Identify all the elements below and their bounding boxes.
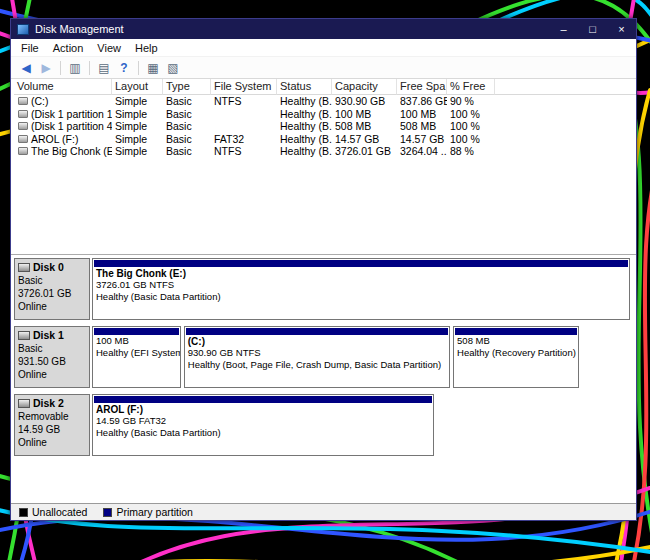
volume-cell: 508 MB bbox=[332, 120, 397, 132]
volume-icon bbox=[18, 135, 28, 143]
volume-cell: Simple bbox=[112, 108, 163, 120]
volume-row[interactable]: (Disk 1 partition 1)SimpleBasicHealthy (… bbox=[14, 108, 636, 121]
volume-cell: FAT32 bbox=[211, 133, 277, 145]
disk-info: 3726.01 GB bbox=[18, 287, 86, 300]
volume-cell: The Big Chonk (E:) bbox=[14, 145, 112, 157]
properties-icon[interactable]: ▤ bbox=[94, 59, 114, 77]
volume-cell: 837.86 GB bbox=[397, 95, 447, 107]
minimize-button[interactable]: – bbox=[549, 19, 578, 39]
graphical-pane: Disk 0Basic3726.01 GBOnlineThe Big Chonk… bbox=[11, 255, 636, 503]
menu-help[interactable]: Help bbox=[128, 42, 165, 54]
disk-row: Disk 2Removable14.59 GBOnlineAROL (F:)14… bbox=[14, 394, 630, 456]
toolbar: ◀▶▥▤?▦▧ bbox=[11, 57, 636, 79]
disk-name: Disk 1 bbox=[18, 329, 86, 342]
partition-color-strip bbox=[94, 260, 628, 267]
partition-box[interactable]: 100 MBHealthy (EFI System P bbox=[92, 326, 181, 388]
partition-area: The Big Chonk (E:)3726.01 GB NTFSHealthy… bbox=[92, 258, 630, 320]
disk-panel[interactable]: Disk 2Removable14.59 GBOnline bbox=[14, 394, 90, 456]
views-icon[interactable]: ▦ bbox=[143, 59, 163, 77]
help-icon[interactable]: ? bbox=[114, 59, 134, 77]
partition-area: AROL (F:)14.59 GB FAT32Healthy (Basic Da… bbox=[92, 394, 630, 456]
partition-title: AROL (F:) bbox=[93, 403, 433, 415]
app-icon bbox=[17, 24, 29, 35]
menu-action[interactable]: Action bbox=[46, 42, 91, 54]
title-bar[interactable]: Disk Management – □ × bbox=[11, 19, 636, 39]
volume-row[interactable]: (C:)SimpleBasicNTFSHealthy (B...930.90 G… bbox=[14, 95, 636, 108]
show-console-tree-icon[interactable]: ▥ bbox=[65, 59, 85, 77]
partition-line: Healthy (Boot, Page File, Crash Dump, Ba… bbox=[185, 359, 449, 371]
volume-cell: (Disk 1 partition 1) bbox=[14, 108, 112, 120]
disk-info: Online bbox=[18, 368, 86, 381]
volume-cell: 930.90 GB bbox=[332, 95, 397, 107]
close-button[interactable]: × bbox=[607, 19, 636, 39]
disk-panel[interactable]: Disk 1Basic931.50 GBOnline bbox=[14, 326, 90, 388]
disk-icon bbox=[18, 263, 30, 272]
partition-color-strip bbox=[455, 328, 577, 335]
disk-name: Disk 0 bbox=[18, 261, 86, 274]
disk-management-window: Disk Management – □ × FileActionViewHelp… bbox=[10, 18, 637, 521]
column-header-capacity[interactable]: Capacity bbox=[332, 79, 397, 95]
disk-panel[interactable]: Disk 0Basic3726.01 GBOnline bbox=[14, 258, 90, 320]
volume-cell: 3264.04 ... bbox=[397, 145, 447, 157]
partition-line: 930.90 GB NTFS bbox=[185, 347, 449, 359]
disk-row: Disk 0Basic3726.01 GBOnlineThe Big Chonk… bbox=[14, 258, 630, 320]
partition-area: 100 MBHealthy (EFI System P(C:)930.90 GB… bbox=[92, 326, 630, 388]
volume-cell: 508 MB bbox=[397, 120, 447, 132]
forward-icon[interactable]: ▶ bbox=[36, 59, 56, 77]
volume-cell: Simple bbox=[112, 120, 163, 132]
volume-icon bbox=[18, 122, 28, 130]
column-header-free-spa-[interactable]: Free Spa... bbox=[397, 79, 447, 95]
partition-box[interactable]: 508 MBHealthy (Recovery Partition) bbox=[453, 326, 579, 388]
volume-row[interactable]: AROL (F:)SimpleBasicFAT32Healthy (B...14… bbox=[14, 133, 636, 146]
volume-cell: 100 % bbox=[447, 120, 495, 132]
partition-title: The Big Chonk (E:) bbox=[93, 267, 629, 279]
column-header-file-system[interactable]: File System bbox=[211, 79, 277, 95]
partition-line: Healthy (Recovery Partition) bbox=[454, 347, 578, 359]
partition-line: 3726.01 GB NTFS bbox=[93, 279, 629, 291]
legend-item: Unallocated bbox=[19, 506, 87, 518]
volume-cell: Simple bbox=[112, 133, 163, 145]
partition-box[interactable]: AROL (F:)14.59 GB FAT32Healthy (Basic Da… bbox=[92, 394, 434, 456]
volume-cell: 90 % bbox=[447, 95, 495, 107]
column-header-type[interactable]: Type bbox=[163, 79, 211, 95]
legend-swatch bbox=[19, 508, 28, 517]
volume-cell: 14.57 GB bbox=[332, 133, 397, 145]
volume-cell: (C:) bbox=[14, 95, 112, 107]
maximize-button[interactable]: □ bbox=[578, 19, 607, 39]
menu-bar: FileActionViewHelp bbox=[11, 39, 636, 57]
back-icon[interactable]: ◀ bbox=[16, 59, 36, 77]
partition-line: 508 MB bbox=[454, 335, 578, 347]
legend-swatch bbox=[103, 508, 112, 517]
volume-cell: 100 MB bbox=[332, 108, 397, 120]
column-header-layout[interactable]: Layout bbox=[112, 79, 163, 95]
partition-line: Healthy (Basic Data Partition) bbox=[93, 427, 433, 439]
menu-file[interactable]: File bbox=[14, 42, 46, 54]
legend-item: Primary partition bbox=[103, 506, 192, 518]
volume-row[interactable]: (Disk 1 partition 4)SimpleBasicHealthy (… bbox=[14, 120, 636, 133]
toolbar-separator bbox=[60, 61, 61, 75]
up-level-icon[interactable]: ▧ bbox=[163, 59, 183, 77]
menu-view[interactable]: View bbox=[90, 42, 128, 54]
window-controls: – □ × bbox=[549, 19, 636, 39]
disk-info: Online bbox=[18, 300, 86, 313]
volume-row[interactable]: The Big Chonk (E:)SimpleBasicNTFSHealthy… bbox=[14, 145, 636, 158]
partition-box[interactable]: The Big Chonk (E:)3726.01 GB NTFSHealthy… bbox=[92, 258, 630, 320]
partition-line: Healthy (EFI System P bbox=[93, 347, 180, 359]
partition-line: 14.59 GB FAT32 bbox=[93, 415, 433, 427]
volume-cell: Healthy (B... bbox=[277, 145, 332, 157]
disk-row: Disk 1Basic931.50 GBOnline100 MBHealthy … bbox=[14, 326, 630, 388]
volume-icon bbox=[18, 97, 28, 105]
disk-name: Disk 2 bbox=[18, 397, 86, 410]
volume-list-pane: VolumeLayoutTypeFile SystemStatusCapacit… bbox=[11, 79, 636, 255]
volume-cell: 3726.01 GB bbox=[332, 145, 397, 157]
partition-color-strip bbox=[186, 328, 448, 335]
volume-cell: Healthy (B... bbox=[277, 120, 332, 132]
volume-cell: Basic bbox=[163, 120, 211, 132]
column-header-status[interactable]: Status bbox=[277, 79, 332, 95]
volume-cell: NTFS bbox=[211, 95, 277, 107]
disk-info: Removable bbox=[18, 410, 86, 423]
partition-box[interactable]: (C:)930.90 GB NTFSHealthy (Boot, Page Fi… bbox=[184, 326, 450, 388]
column-header-volume[interactable]: Volume bbox=[14, 79, 112, 95]
volume-cell: Basic bbox=[163, 133, 211, 145]
column-header--free[interactable]: % Free bbox=[447, 79, 495, 95]
